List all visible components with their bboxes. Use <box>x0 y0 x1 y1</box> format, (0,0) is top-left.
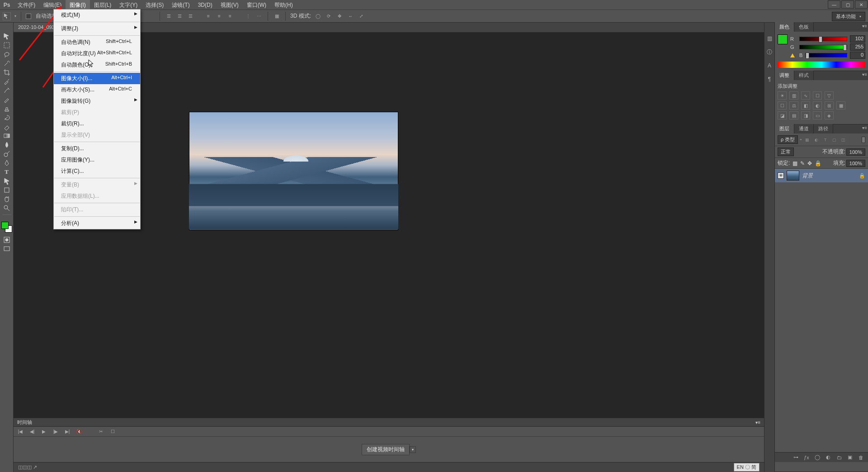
magic-wand-tool[interactable] <box>1 59 13 68</box>
menu-window[interactable]: 窗口(W) <box>243 0 270 10</box>
layer-mask-icon[interactable]: ◯ <box>814 454 821 461</box>
clone-stamp-tool[interactable] <box>1 104 13 113</box>
hue-sat-icon[interactable]: ☐ <box>778 101 787 110</box>
split-clip-button[interactable]: ✂ <box>98 429 104 435</box>
minimize-button[interactable]: — <box>828 0 840 9</box>
mute-button[interactable]: 🔇 <box>76 429 82 435</box>
tab-swatches[interactable]: 色板 <box>794 22 814 32</box>
screen-mode-tool[interactable] <box>1 244 13 253</box>
new-group-icon[interactable]: 🗀 <box>835 454 843 461</box>
menu-item-adjustments[interactable]: 调整(J) <box>54 23 140 34</box>
blur-tool[interactable] <box>1 140 13 149</box>
panel-menu-icon[interactable]: ▾≡ <box>862 72 867 77</box>
bw-icon[interactable]: ◧ <box>801 101 810 110</box>
tab-adjustments[interactable]: 调整 <box>775 71 794 80</box>
go-start-button[interactable]: |◀ <box>17 429 24 435</box>
eraser-tool[interactable] <box>1 122 13 131</box>
menu-item-image-rotation[interactable]: 图像旋转(G) <box>54 95 140 107</box>
language-indicator[interactable]: EN 〇 简 <box>734 463 760 472</box>
pen-tool[interactable] <box>1 158 13 167</box>
marquee-tool[interactable] <box>1 41 13 50</box>
paragraph-icon[interactable]: ¶ <box>765 75 774 83</box>
foreground-color-swatch[interactable] <box>1 222 9 229</box>
gradient-map-icon[interactable]: ▭ <box>813 111 822 119</box>
menu-item-image-size[interactable]: 图像大小(I)...Alt+Ctrl+I <box>54 73 140 84</box>
tab-paths[interactable]: 路径 <box>814 124 833 133</box>
menu-item-calculations[interactable]: 计算(C)... <box>54 166 140 177</box>
new-adjustment-icon[interactable]: ◐ <box>825 454 832 461</box>
color-balance-icon[interactable]: ⚖ <box>789 101 798 110</box>
menu-item-duplicate[interactable]: 复制(D)... <box>54 143 140 154</box>
orbit-3d-icon[interactable]: ◯ <box>314 12 322 20</box>
filter-toggle[interactable] <box>862 137 865 143</box>
menu-file[interactable]: 文件(F) <box>14 0 39 10</box>
create-video-timeline-button[interactable]: 创建视频时间轴 <box>362 444 410 455</box>
brush-tool[interactable] <box>1 95 13 104</box>
step-fwd-button[interactable]: |▶ <box>52 429 59 435</box>
create-timeline-dropdown[interactable]: ▾ <box>410 446 416 453</box>
channel-mixer-icon[interactable]: ⊞ <box>825 101 834 110</box>
filter-type-select[interactable]: ρ 类型 <box>778 135 798 144</box>
menu-item-apply-image[interactable]: 应用图像(Y)... <box>54 154 140 166</box>
blend-mode-select[interactable]: 正常 <box>778 148 794 156</box>
shape-tool[interactable] <box>1 186 13 195</box>
b-slider[interactable] <box>805 53 847 57</box>
auto-select-checkbox[interactable] <box>26 14 31 19</box>
histogram-icon[interactable]: ▥ <box>765 34 774 43</box>
go-end-button[interactable]: ▶| <box>64 429 71 435</box>
filter-adjust-icon[interactable]: ◐ <box>813 136 820 143</box>
history-brush-tool[interactable] <box>1 113 13 122</box>
transition-button[interactable]: ☐ <box>109 429 116 435</box>
layer-row-background[interactable]: 👁 背景 🔒 <box>775 169 868 182</box>
filter-pixel-icon[interactable]: ▦ <box>804 136 811 143</box>
menu-help[interactable]: 帮助(H) <box>270 0 297 10</box>
foreground-sample[interactable] <box>778 34 788 44</box>
lock-position-icon[interactable]: ✥ <box>807 160 812 167</box>
lock-pixels-icon[interactable]: ✎ <box>800 160 805 167</box>
posterize-icon[interactable]: ▤ <box>789 111 798 119</box>
exposure-icon[interactable]: ☐ <box>813 91 822 100</box>
crop-tool[interactable] <box>1 68 13 77</box>
g-value[interactable]: 255 <box>850 43 865 51</box>
r-slider[interactable] <box>799 37 847 41</box>
panel-menu-icon[interactable]: ▾≡ <box>862 24 867 29</box>
dodge-tool[interactable] <box>1 149 13 158</box>
lasso-tool[interactable] <box>1 50 13 59</box>
distribute-h-icon[interactable]: ⋮ <box>244 12 252 20</box>
foreground-background-swatch[interactable] <box>1 222 12 233</box>
play-button[interactable]: ▶ <box>41 429 47 435</box>
layer-thumbnail[interactable] <box>787 171 799 181</box>
maximize-button[interactable]: ▢ <box>841 0 854 9</box>
character-icon[interactable]: A <box>765 62 774 70</box>
healing-brush-tool[interactable] <box>1 86 13 95</box>
hand-tool[interactable] <box>1 195 13 204</box>
distribute-v-icon[interactable]: ⋯ <box>255 12 263 20</box>
move-tool-preset-icon[interactable] <box>3 12 11 20</box>
move-tool[interactable] <box>1 32 13 41</box>
path-select-tool[interactable] <box>1 176 13 186</box>
brightness-icon[interactable]: ☀ <box>778 91 787 100</box>
filter-shape-icon[interactable]: ▢ <box>831 136 838 143</box>
levels-icon[interactable]: ▥ <box>789 91 798 100</box>
align-left-icon[interactable]: ☰ <box>165 12 173 20</box>
align-right-icon[interactable]: ☰ <box>186 12 194 20</box>
panel-menu-icon[interactable]: ▾≡ <box>755 420 760 425</box>
tab-channels[interactable]: 通道 <box>794 124 814 133</box>
scale-3d-icon[interactable]: ⤢ <box>357 12 365 20</box>
color-lookup-icon[interactable]: ▦ <box>836 101 845 110</box>
menu-filter[interactable]: 滤镜(T) <box>168 0 193 10</box>
lock-all-icon[interactable]: 🔒 <box>815 160 821 167</box>
link-layers-icon[interactable]: ⊶ <box>792 454 799 461</box>
menu-edit[interactable]: 编辑(E) <box>39 0 66 10</box>
auto-align-icon[interactable]: ▦ <box>273 12 281 20</box>
menu-item-auto-contrast[interactable]: 自动对比度(U)Alt+Shift+Ctrl+L <box>54 48 140 59</box>
quick-mask-tool[interactable] <box>1 235 13 244</box>
workspace-selector[interactable]: 基本功能 ▾ <box>832 12 865 21</box>
vibrance-icon[interactable]: ▽ <box>825 91 834 100</box>
menu-item-analysis[interactable]: 分析(A) <box>54 218 140 229</box>
pan-3d-icon[interactable]: ✥ <box>335 12 344 20</box>
step-back-button[interactable]: ◀| <box>29 429 35 435</box>
layer-fx-icon[interactable]: ƒx <box>803 454 810 461</box>
zoom-tool[interactable] <box>1 204 13 213</box>
type-tool[interactable]: T <box>1 167 13 176</box>
